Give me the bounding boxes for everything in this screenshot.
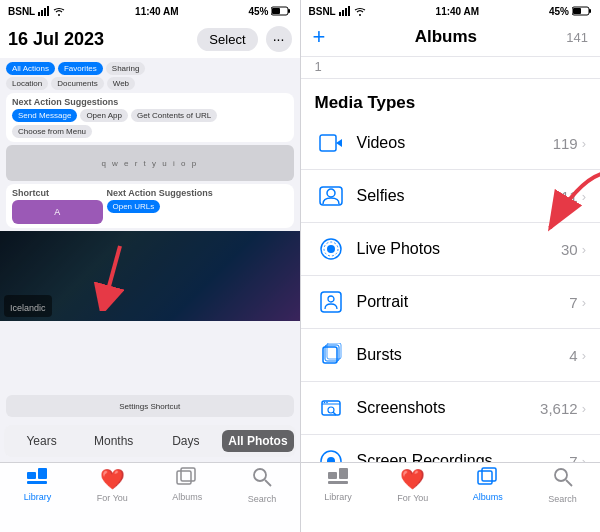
left-content-area: All Actions Favorites Sharing Location D… (0, 58, 300, 462)
left-tab-for-you[interactable]: ❤️ For You (75, 467, 150, 509)
svg-rect-1 (41, 10, 43, 16)
all-actions-pill[interactable]: All Actions (6, 62, 55, 75)
red-arrow-left (90, 241, 150, 311)
portrait-count: 7 (569, 294, 577, 311)
send-message-item[interactable]: Send Message (12, 109, 77, 122)
location-label: Icelandic (10, 303, 46, 313)
media-types-header: Media Types (301, 79, 601, 117)
selfie-icon (319, 184, 343, 208)
videos-count: 119 (553, 135, 578, 152)
album-number-row: 1 (301, 57, 601, 79)
suggestions-label: Next Action Suggestions (12, 97, 288, 107)
albums-title: Albums (325, 27, 566, 47)
right-tab-search[interactable]: Search (525, 467, 600, 510)
list-item-screen-recordings[interactable]: Screen Recordings 7 › (301, 435, 601, 462)
right-library-icon (327, 467, 349, 490)
live-photos-label: Live Photos (357, 240, 561, 258)
seg-years[interactable]: Years (6, 430, 77, 452)
screen-recordings-count: 7 (569, 453, 577, 463)
selfies-label: Selfies (357, 187, 561, 205)
svg-rect-11 (27, 481, 47, 484)
sharing-pill[interactable]: Sharing (106, 62, 146, 75)
right-albums-label: Albums (473, 492, 503, 502)
list-item-bursts[interactable]: Bursts 4 › (301, 329, 601, 382)
seg-all-photos[interactable]: All Photos (222, 430, 293, 452)
list-item-live-photos[interactable]: Live Photos 30 › (301, 223, 601, 276)
svg-line-52 (566, 480, 572, 486)
bursts-icon-wrap (315, 339, 347, 371)
left-tab-search[interactable]: Search (225, 467, 300, 510)
documents-pill[interactable]: Documents (51, 77, 103, 90)
right-content: Media Types Videos 119 › Selfi (301, 79, 601, 462)
screen-recordings-label: Screen Recordings (357, 452, 570, 462)
right-tab-albums[interactable]: Albums (450, 467, 525, 508)
list-item-screenshots[interactable]: Screenshots 3,612 › (301, 382, 601, 435)
svg-line-8 (105, 246, 120, 301)
list-item-portrait[interactable]: Portrait 7 › (301, 276, 601, 329)
svg-point-37 (323, 402, 325, 404)
library-tab-label: Library (24, 492, 52, 502)
seg-days[interactable]: Days (150, 430, 221, 452)
signal-icon (38, 6, 50, 16)
get-url-item[interactable]: Get Contents of URL (131, 109, 217, 122)
svg-rect-10 (38, 468, 47, 479)
svg-marker-24 (336, 139, 342, 147)
keyboard-simulation: q w e r t y u i o p (6, 145, 294, 181)
seg-months[interactable]: Months (78, 430, 149, 452)
svg-point-38 (326, 402, 328, 404)
selfies-chevron: › (582, 189, 586, 204)
right-battery-icon (572, 6, 592, 16)
selfie-icon-wrap (315, 180, 347, 212)
svg-line-15 (265, 480, 271, 486)
svg-rect-2 (44, 8, 46, 16)
list-item-selfies[interactable]: Selfies 11 › (301, 170, 601, 223)
bursts-icon (319, 343, 343, 367)
right-wifi-icon (354, 7, 366, 16)
albums-tab-icon (176, 467, 198, 490)
right-header: + Albums 141 (301, 22, 601, 57)
favorites-pill[interactable]: Favorites (58, 62, 103, 75)
list-item-videos[interactable]: Videos 119 › (301, 117, 601, 170)
open-url-suggest[interactable]: Open URLs (107, 200, 161, 213)
left-time: 11:40 AM (135, 6, 179, 17)
svg-rect-47 (339, 468, 348, 479)
svg-rect-13 (181, 468, 195, 481)
albums-count: 141 (566, 30, 588, 45)
right-tab-for-you[interactable]: ❤️ For You (375, 467, 450, 509)
right-signal-icon (339, 6, 351, 16)
video-icon (319, 133, 343, 153)
svg-rect-49 (478, 471, 492, 484)
right-for-you-label: For You (397, 493, 428, 503)
choose-menu-item[interactable]: Choose from Menu (12, 125, 92, 138)
location-pill[interactable]: Location (6, 77, 48, 90)
screenshots-label: Screenshots (357, 399, 541, 417)
carrier-label: BSNL (8, 6, 35, 17)
live-photos-chevron: › (582, 242, 586, 257)
right-time: 11:40 AM (436, 6, 480, 17)
bursts-chevron: › (582, 348, 586, 363)
svg-rect-21 (589, 9, 591, 13)
left-tab-bar: Years Months Days All Photos Library ❤️ … (0, 462, 300, 532)
for-you-tab-label: For You (97, 493, 128, 503)
search-tab-label-left: Search (248, 494, 277, 504)
svg-point-32 (328, 296, 334, 302)
svg-rect-23 (320, 135, 336, 151)
bursts-count: 4 (569, 347, 577, 364)
svg-rect-16 (339, 12, 341, 16)
live-photos-count: 30 (561, 241, 578, 258)
more-button[interactable]: ··· (266, 26, 292, 52)
left-tab-albums[interactable]: Albums (150, 467, 225, 508)
videos-chevron: › (582, 136, 586, 151)
left-panel: BSNL 11:40 AM 45% 16 Jul 2023 (0, 0, 300, 532)
web-pill[interactable]: Web (107, 77, 135, 90)
right-tab-library[interactable]: Library (301, 467, 376, 508)
add-album-button[interactable]: + (313, 26, 326, 48)
svg-rect-48 (328, 481, 348, 484)
open-app-item[interactable]: Open App (80, 109, 128, 122)
svg-rect-12 (177, 471, 191, 484)
select-button[interactable]: Select (197, 28, 257, 51)
settings-shortcut[interactable]: Settings Shortcut (119, 402, 180, 411)
screenshots-chevron: › (582, 401, 586, 416)
left-header: 16 Jul 2023 Select ··· (0, 22, 300, 58)
left-tab-library[interactable]: Library (0, 467, 75, 508)
